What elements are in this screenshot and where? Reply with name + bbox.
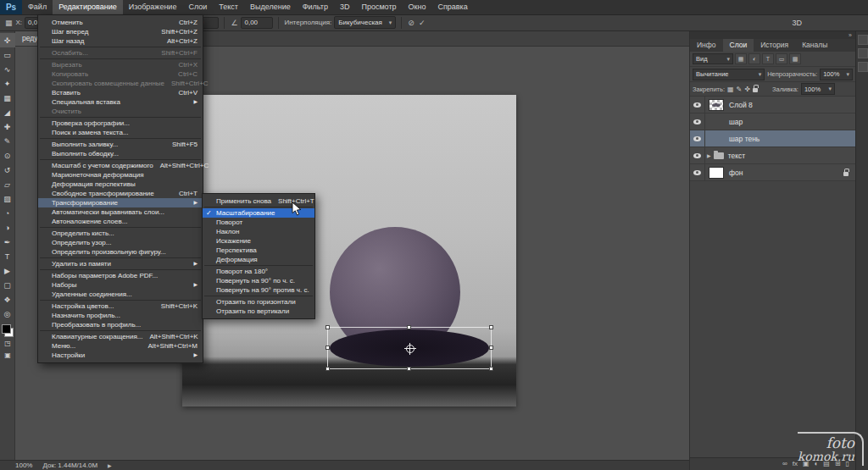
menu-item[interactable]: Удалить из памяти▶ — [38, 259, 203, 268]
menu-item[interactable]: Поворот — [203, 218, 314, 227]
menu-item[interactable]: Определить узор... — [38, 238, 203, 247]
menu-item[interactable]: Удаленные соединения... — [38, 290, 203, 299]
visibility-toggle[interactable] — [690, 113, 705, 130]
transform-handle-bottom-left[interactable] — [326, 367, 330, 371]
disclosure-triangle-icon[interactable]: ▶ — [707, 152, 711, 158]
transform-handle-middle-right[interactable] — [489, 346, 493, 350]
menu-item[interactable]: Искажение — [203, 236, 314, 246]
transform-handle-bottom-middle[interactable] — [407, 367, 411, 371]
layer-thumbnail[interactable] — [709, 99, 724, 111]
opacity-select[interactable]: 100% ▾ — [820, 69, 853, 80]
lasso-tool[interactable]: ∿ — [0, 62, 15, 76]
menu-item[interactable]: Деформация перспективы — [38, 180, 203, 189]
layer-row[interactable]: Слой 8 — [690, 97, 855, 113]
pen-tool[interactable]: ✒ — [0, 235, 15, 249]
menu-item[interactable]: Автоналожение слоев... — [38, 217, 203, 226]
menubar-item[interactable]: Справка — [431, 0, 473, 14]
menu-item[interactable]: Поиск и замена текста... — [38, 128, 203, 137]
menu-item[interactable]: Свободное трансформированиеCtrl+T — [38, 189, 203, 198]
crop-tool[interactable]: ▦ — [0, 91, 15, 105]
marquee-tool[interactable]: ▭ — [0, 47, 15, 62]
lock-transparency-icon[interactable]: ▦ — [727, 86, 734, 93]
menubar-item[interactable]: Изображение — [123, 0, 183, 14]
menu-item[interactable]: Наборы▶ — [38, 280, 203, 290]
cancel-transform-button[interactable]: ⊘ — [407, 19, 415, 27]
layer-row[interactable]: фон — [690, 164, 855, 181]
eyedropper-tool[interactable]: ◢ — [0, 105, 15, 119]
quick-mask-button[interactable]: ◳ — [0, 337, 15, 349]
menu-item[interactable]: Перспектива — [203, 246, 314, 255]
menu-item[interactable]: Масштаб с учетом содержимогоAlt+Shift+Ct… — [38, 161, 203, 170]
color-swatches[interactable] — [2, 324, 14, 337]
interpolation-select[interactable]: Бикубическая ▾ — [334, 16, 396, 29]
transform-handle-middle-left[interactable] — [326, 346, 330, 350]
lock-position-icon[interactable]: ✜ — [744, 86, 750, 93]
menu-item[interactable]: Трансформирование▶ — [38, 198, 203, 207]
collapsed-panel-icon[interactable] — [858, 35, 868, 45]
menu-item[interactable]: Выполнить обводку... — [38, 149, 203, 158]
layer-filter-kind-select[interactable]: Вид ▾ — [693, 53, 733, 64]
visibility-toggle[interactable] — [690, 97, 705, 113]
menubar-item[interactable]: Файл — [22, 0, 53, 14]
lock-all-icon[interactable] — [753, 88, 758, 92]
blur-tool[interactable]: ◔ — [0, 206, 15, 220]
menu-item[interactable]: Настройки▶ — [38, 351, 203, 360]
transform-handle-top-right[interactable] — [489, 325, 493, 329]
panel-tab[interactable]: Каналы — [795, 39, 834, 52]
layer-row[interactable]: ▶текст — [690, 147, 855, 164]
move-tool[interactable]: ✜ — [0, 33, 15, 47]
layer-row[interactable]: шар тень — [690, 130, 855, 147]
menu-item[interactable]: Специальная вставка▶ — [38, 97, 203, 107]
visibility-toggle[interactable] — [690, 164, 705, 180]
filter-adjustment-layers-icon[interactable]: ◐ — [748, 53, 760, 64]
menubar-item[interactable]: Просмотр — [355, 0, 402, 14]
healing-brush-tool[interactable]: ✚ — [0, 119, 15, 134]
menu-item[interactable]: Автоматически выравнивать слои... — [38, 207, 203, 217]
menu-item[interactable]: Повернуть на 90° по ч. с. — [203, 276, 314, 285]
menu-item[interactable]: Наклон — [203, 227, 314, 236]
transform-bounding-box[interactable] — [327, 327, 492, 369]
angle-field[interactable]: 0,00 — [241, 17, 273, 29]
menu-item[interactable]: Назначить профиль... — [38, 311, 203, 320]
link-layers-icon[interactable]: ∞ — [782, 458, 787, 470]
screen-mode-button[interactable]: ▣ — [0, 349, 15, 361]
panel-tab[interactable]: Слои — [723, 39, 754, 52]
menu-item[interactable]: Меню...Alt+Shift+Ctrl+M — [38, 341, 203, 351]
collapsed-panel-icon[interactable] — [858, 62, 868, 72]
menubar-item[interactable]: Фильтр — [297, 0, 334, 14]
menu-item[interactable]: Преобразовать в профиль... — [38, 320, 203, 329]
menu-item[interactable]: Отразить по вертикали — [203, 307, 314, 316]
transform-handle-bottom-right[interactable] — [489, 367, 493, 371]
menu-item[interactable]: ВставитьCtrl+V — [38, 88, 203, 97]
collapsed-panel-icon[interactable] — [858, 48, 868, 58]
menu-item[interactable]: Деформация — [203, 255, 314, 264]
collapse-panels-button[interactable]: » — [849, 32, 852, 38]
menu-item[interactable]: Настройка цветов...Shift+Ctrl+K — [38, 301, 203, 311]
quick-selection-tool[interactable]: ✦ — [0, 76, 15, 91]
menu-item[interactable]: Определить кисть... — [38, 229, 203, 238]
commit-transform-button[interactable]: ✓ — [418, 19, 426, 27]
workspace-switcher[interactable]: 3D — [792, 19, 802, 27]
type-tool[interactable]: T — [0, 249, 15, 263]
clone-stamp-tool[interactable]: ⊙ — [0, 148, 15, 163]
history-brush-tool[interactable]: ↺ — [0, 163, 15, 177]
menu-item[interactable]: Повернуть на 90° против ч. с. — [203, 285, 314, 295]
menu-item[interactable]: Марионеточная деформация — [38, 170, 203, 180]
filter-type-layers-icon[interactable]: T — [762, 53, 774, 64]
menu-item[interactable]: Определить произвольную фигуру... — [38, 247, 203, 257]
menu-item[interactable]: Клавиатурные сокращения...Alt+Shift+Ctrl… — [38, 332, 203, 341]
menubar-item[interactable]: Слои — [182, 0, 213, 14]
transform-handle-top-middle[interactable] — [407, 325, 411, 329]
lock-pixels-icon[interactable]: ✎ — [737, 86, 743, 93]
shape-tool[interactable]: ▢ — [0, 278, 15, 292]
reference-point-locator[interactable]: ▦ — [4, 19, 14, 27]
menu-item[interactable]: Наборы параметров Adobe PDF... — [38, 271, 203, 280]
filter-smart-objects-icon[interactable]: ▩ — [789, 53, 801, 64]
menubar-item[interactable]: Выделение — [244, 0, 297, 14]
filter-pixel-layers-icon[interactable]: ▦ — [735, 53, 747, 64]
visibility-toggle[interactable] — [690, 130, 705, 147]
menu-item[interactable]: Отразить по горизонтали — [203, 297, 314, 307]
menu-item[interactable]: Выполнить заливку...Shift+F5 — [38, 140, 203, 149]
fill-select[interactable]: 100% ▾ — [801, 83, 835, 95]
filter-shape-layers-icon[interactable]: ▭ — [776, 53, 787, 64]
